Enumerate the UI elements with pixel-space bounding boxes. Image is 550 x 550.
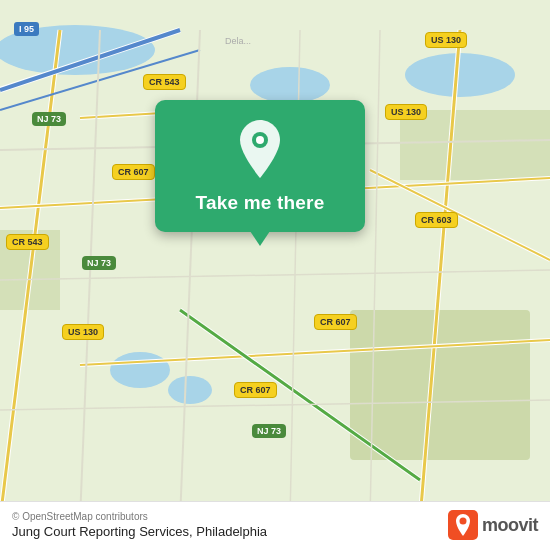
svg-line-25 [80, 30, 100, 520]
attribution-text: © OpenStreetMap contributors [12, 511, 267, 522]
svg-point-34 [256, 136, 264, 144]
road-badge-nj73-mid: NJ 73 [82, 256, 116, 270]
road-badge-us130-top: US 130 [425, 32, 467, 48]
road-badge-i95: I 95 [14, 22, 39, 36]
road-badge-us130-mid: US 130 [385, 104, 427, 120]
road-badge-cr543-left: CR 543 [6, 234, 49, 250]
svg-line-28 [0, 270, 550, 280]
moovit-text: moovit [482, 515, 538, 536]
svg-point-36 [459, 518, 466, 525]
road-badge-us130-bottom: US 130 [62, 324, 104, 340]
svg-point-4 [168, 376, 212, 404]
road-badge-cr603: CR 603 [415, 212, 458, 228]
map-container: Dela... I 95 US 130 NJ 73 CR 543 US 130 … [0, 0, 550, 550]
bottom-left-info: © OpenStreetMap contributors Jung Court … [12, 511, 267, 539]
place-name: Jung Court Reporting Services, Philadelp… [12, 524, 267, 539]
road-badge-cr607-bottom: CR 607 [234, 382, 277, 398]
location-pin-icon [236, 120, 284, 182]
svg-rect-5 [350, 310, 530, 460]
road-badge-cr607-mid: CR 607 [314, 314, 357, 330]
svg-point-3 [110, 352, 170, 388]
take-me-there-button[interactable]: Take me there [155, 100, 365, 232]
bottom-bar: © OpenStreetMap contributors Jung Court … [0, 501, 550, 550]
road-badge-nj73-bottom: NJ 73 [252, 424, 286, 438]
road-badge-cr543: CR 543 [143, 74, 186, 90]
moovit-icon [448, 510, 478, 540]
map-roads: Dela... [0, 0, 550, 550]
svg-text:Dela...: Dela... [225, 36, 251, 46]
road-badge-nj73-left: NJ 73 [32, 112, 66, 126]
road-badge-cr607-left: CR 607 [112, 164, 155, 180]
moovit-logo: moovit [448, 510, 538, 540]
svg-rect-7 [400, 110, 550, 180]
svg-point-1 [250, 67, 330, 103]
take-me-there-label: Take me there [196, 192, 325, 214]
